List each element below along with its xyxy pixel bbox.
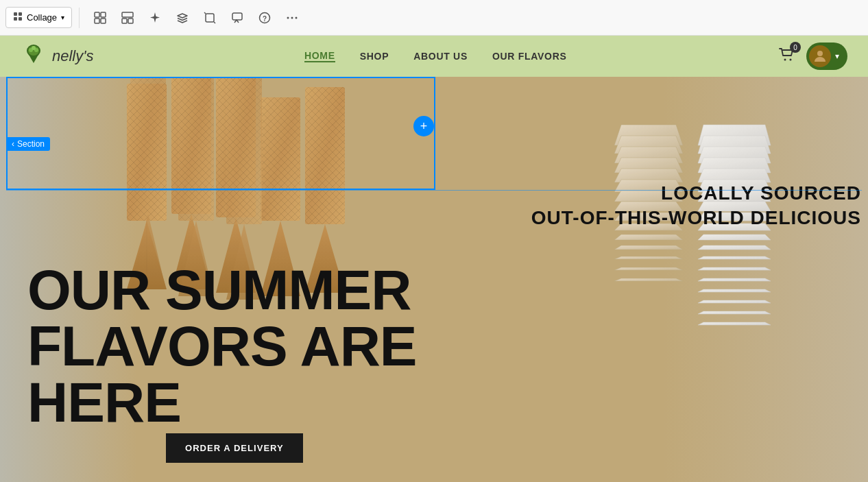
logo-text: nelly's xyxy=(52,47,93,65)
svg-marker-91 xyxy=(698,322,771,325)
svg-rect-3 xyxy=(19,17,22,21)
svg-marker-90 xyxy=(698,311,771,314)
svg-rect-10 xyxy=(128,19,133,23)
user-chevron-icon: ▾ xyxy=(835,51,839,61)
svg-point-25 xyxy=(32,46,36,50)
hero-headline-line2: FLAVORS ARE xyxy=(27,318,417,374)
site-header: nelly's HOME SHOP ABOUT US OUR FLAVORS 0… xyxy=(0,36,868,77)
user-avatar xyxy=(809,45,831,67)
nav-item-home[interactable]: HOME xyxy=(304,50,335,62)
svg-marker-85 xyxy=(698,256,771,259)
svg-marker-89 xyxy=(698,300,771,303)
nav-item-shop[interactable]: SHOP xyxy=(360,51,389,62)
svg-rect-6 xyxy=(95,19,99,23)
cart-badge: 0 xyxy=(790,42,801,53)
ai-sparkle-icon[interactable] xyxy=(145,8,165,27)
collage-dropdown[interactable]: Collage ▾ xyxy=(5,7,72,28)
chevron-left-icon: ‹ xyxy=(12,139,14,149)
toolbar-divider xyxy=(79,8,80,28)
site-nav: HOME SHOP ABOUT US OUR FLAVORS xyxy=(304,50,567,62)
main-content: ‹ Section + LOCALLY SOURCED OUT-OF-THIS-… xyxy=(0,77,868,482)
more-options-icon[interactable] xyxy=(282,8,302,27)
svg-rect-56 xyxy=(226,77,262,224)
svg-line-12 xyxy=(204,12,206,14)
svg-marker-70 xyxy=(614,256,683,259)
layers-icon[interactable] xyxy=(173,8,192,27)
paper-cups-visual xyxy=(601,111,861,481)
svg-rect-8 xyxy=(122,12,133,17)
site-header-right: 0 ▾ xyxy=(777,43,847,70)
svg-marker-86 xyxy=(698,267,771,270)
svg-rect-0 xyxy=(14,12,17,16)
svg-marker-87 xyxy=(698,278,771,281)
svg-point-26 xyxy=(784,59,786,61)
cart-icon[interactable]: 0 xyxy=(777,46,795,67)
svg-rect-4 xyxy=(95,12,99,17)
svg-point-19 xyxy=(296,16,298,19)
crop-icon[interactable] xyxy=(200,8,219,27)
svg-rect-2 xyxy=(14,17,17,21)
svg-point-27 xyxy=(790,59,792,61)
tagline-line1: LOCALLY SOURCED xyxy=(531,181,861,206)
section-divider-top xyxy=(6,190,862,191)
svg-rect-11 xyxy=(206,14,214,22)
svg-marker-83 xyxy=(698,234,771,240)
add-icon: + xyxy=(420,119,428,134)
svg-text:?: ? xyxy=(263,14,267,22)
hero-section: ‹ Section + LOCALLY SOURCED OUT-OF-THIS-… xyxy=(0,77,868,482)
section-tag-label: Section xyxy=(17,139,45,149)
user-menu[interactable]: ▾ xyxy=(806,43,847,70)
hero-headline-line1: OUR SUMMER xyxy=(27,262,417,318)
site-logo: nelly's xyxy=(21,43,93,69)
tagline-line2: OUT-OF-THIS-WORLD DELICIOUS xyxy=(531,206,861,230)
add-section-button[interactable]: + xyxy=(413,116,434,136)
hero-headline: OUR SUMMER FLAVORS ARE HERE xyxy=(27,262,417,431)
svg-marker-68 xyxy=(614,234,683,240)
svg-marker-88 xyxy=(698,289,771,292)
svg-point-18 xyxy=(291,16,293,19)
svg-rect-14 xyxy=(232,13,242,20)
cta-button[interactable]: ORDER A DELIVERY xyxy=(166,433,303,463)
collage-grid-icon[interactable] xyxy=(118,8,137,27)
svg-rect-50 xyxy=(130,77,166,214)
hero-tagline: LOCALLY SOURCED OUT-OF-THIS-WORLD DELICI… xyxy=(531,181,861,231)
comment-icon[interactable] xyxy=(228,8,247,27)
section-tag[interactable]: ‹ Section xyxy=(6,137,50,151)
layout-icon[interactable] xyxy=(91,8,110,27)
nav-item-flavors[interactable]: OUR FLAVORS xyxy=(492,51,567,62)
svg-marker-72 xyxy=(614,278,683,281)
svg-rect-9 xyxy=(122,19,127,23)
editor-toolbar: Collage ▾ xyxy=(0,0,868,36)
svg-rect-44 xyxy=(261,97,300,221)
toolbar-left: Collage ▾ xyxy=(0,7,311,28)
toolbar-icons: ? xyxy=(86,8,306,27)
grid-small-icon xyxy=(13,12,23,23)
collage-label: Collage xyxy=(27,12,57,23)
svg-rect-1 xyxy=(19,12,22,16)
svg-rect-7 xyxy=(101,19,106,23)
hero-headline-line3: HERE xyxy=(27,374,417,431)
svg-rect-5 xyxy=(101,12,106,17)
chevron-down-icon: ▾ xyxy=(61,14,64,21)
svg-point-17 xyxy=(287,16,289,19)
svg-rect-53 xyxy=(178,77,214,221)
logo-icon xyxy=(21,43,47,69)
nav-item-about[interactable]: ABOUT US xyxy=(413,51,468,62)
svg-marker-71 xyxy=(614,267,683,270)
svg-marker-69 xyxy=(614,245,683,250)
svg-line-13 xyxy=(214,22,215,23)
svg-rect-47 xyxy=(305,87,345,224)
svg-marker-84 xyxy=(698,245,771,250)
svg-point-28 xyxy=(817,51,823,56)
help-icon[interactable]: ? xyxy=(255,8,274,27)
